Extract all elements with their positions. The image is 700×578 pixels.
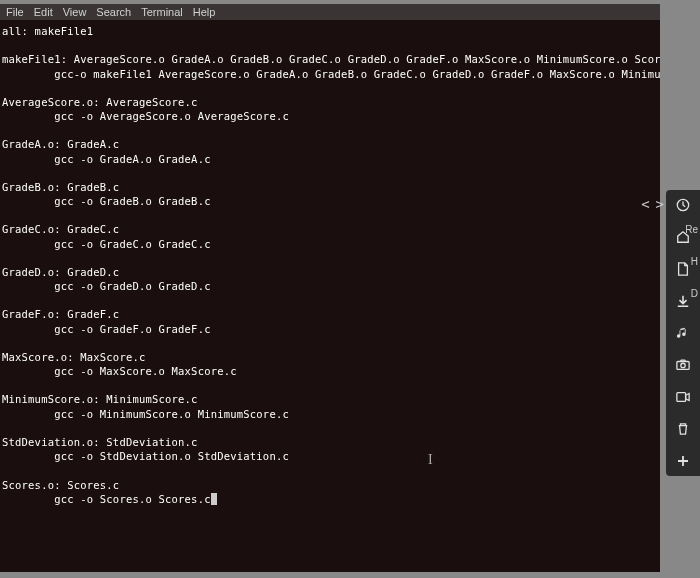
side-label-recent: Re [685, 224, 698, 235]
terminal-line: AverageScore.o: AverageScore.c [2, 95, 658, 109]
side-label-home: H [691, 256, 698, 267]
terminal-line: gcc -o MinimumScore.o MinimumScore.c [2, 407, 658, 421]
terminal-line [2, 336, 658, 350]
terminal-cursor [211, 493, 217, 505]
plus-icon[interactable] [673, 452, 693, 470]
terminal-line [2, 166, 658, 180]
terminal-line: MaxScore.o: MaxScore.c [2, 350, 658, 364]
terminal-line: StdDeviation.o: StdDeviation.c [2, 435, 658, 449]
trash-icon[interactable] [673, 420, 693, 438]
terminal-content[interactable]: all: makeFile1 makeFile1: AverageScore.o… [0, 20, 660, 510]
svg-rect-3 [677, 393, 686, 402]
terminal-line [2, 293, 658, 307]
terminal-line [2, 463, 658, 477]
terminal-line: gcc -o GradeF.o GradeF.c [2, 322, 658, 336]
terminal-line: gcc -o GradeD.o GradeD.c [2, 279, 658, 293]
terminal-line: gcc -o GradeB.o GradeB.c [2, 194, 658, 208]
terminal-line: makeFile1: AverageScore.o GradeA.o Grade… [2, 52, 658, 66]
music-icon[interactable] [673, 324, 693, 342]
terminal-line: MinimumScore.o: MinimumScore.c [2, 392, 658, 406]
menu-edit[interactable]: Edit [34, 6, 53, 18]
side-label-docs: D [691, 288, 698, 299]
terminal-line: Scores.o: Scores.c [2, 478, 658, 492]
menu-help[interactable]: Help [193, 6, 216, 18]
terminal-line: gcc -o GradeA.o GradeA.c [2, 152, 658, 166]
terminal-line [2, 378, 658, 392]
terminal-line: gcc -o StdDeviation.o StdDeviation.c [2, 449, 658, 463]
nav-forward-icon[interactable]: > [656, 196, 664, 212]
menu-view[interactable]: View [63, 6, 87, 18]
camera-icon[interactable] [673, 356, 693, 374]
terminal-line: gcc -o GradeC.o GradeC.c [2, 237, 658, 251]
terminal-line: GradeC.o: GradeC.c [2, 222, 658, 236]
terminal-window: File Edit View Search Terminal Help all:… [0, 4, 660, 572]
terminal-line: gcc -o Scores.o Scores.c [2, 492, 658, 506]
side-nav-arrows: < > [641, 196, 664, 212]
terminal-line [2, 251, 658, 265]
clock-icon[interactable] [673, 196, 693, 214]
terminal-line: GradeD.o: GradeD.c [2, 265, 658, 279]
terminal-line: gcc -o MaxScore.o MaxScore.c [2, 364, 658, 378]
terminal-line: gcc -o AverageScore.o AverageScore.c [2, 109, 658, 123]
video-icon[interactable] [673, 388, 693, 406]
terminal-line [2, 38, 658, 52]
menu-file[interactable]: File [6, 6, 24, 18]
text-cursor-icon: I [428, 452, 433, 468]
terminal-line [2, 123, 658, 137]
menubar: File Edit View Search Terminal Help [0, 4, 660, 20]
menu-search[interactable]: Search [96, 6, 131, 18]
menu-terminal[interactable]: Terminal [141, 6, 183, 18]
terminal-line: GradeA.o: GradeA.c [2, 137, 658, 151]
terminal-line [2, 208, 658, 222]
nav-back-icon[interactable]: < [641, 196, 649, 212]
terminal-line: GradeB.o: GradeB.c [2, 180, 658, 194]
terminal-line: all: makeFile1 [2, 24, 658, 38]
svg-point-2 [681, 363, 685, 367]
terminal-line: gcc-o makeFile1 AverageScore.o GradeA.o … [2, 67, 658, 81]
terminal-line: GradeF.o: GradeF.c [2, 307, 658, 321]
terminal-line [2, 81, 658, 95]
terminal-line [2, 421, 658, 435]
